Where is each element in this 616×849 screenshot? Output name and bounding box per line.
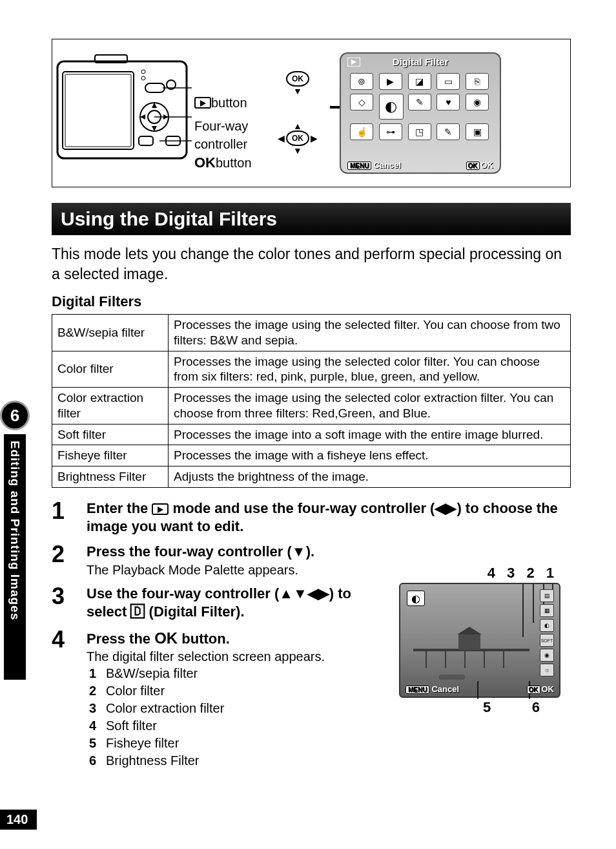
step-number: 2 <box>52 543 87 578</box>
page-number: 140 <box>0 810 37 830</box>
svg-marker-34 <box>457 627 482 634</box>
step-title: Use the four-way controller (▲▼◀▶) to se… <box>87 585 371 622</box>
cancel-label: Cancel <box>431 684 459 694</box>
sidebar-icon: ▦ <box>540 604 554 617</box>
filter-screen-figure: 4 3 2 1 ◐ ▤ <box>399 565 567 716</box>
palette-icon: ☝ <box>350 123 373 140</box>
camera-svg <box>56 52 192 169</box>
callout-numbers-bottom: 5 6 <box>399 698 567 716</box>
menu-badge: MENU <box>406 686 429 694</box>
svg-marker-7 <box>140 114 145 120</box>
palette-icon: ◇ <box>350 94 373 110</box>
filter-name-cell: Color extraction filter <box>52 388 169 424</box>
palette-icon: ⊶ <box>379 123 402 140</box>
step-number: 4 <box>52 628 87 770</box>
list-item: 4Soft filter <box>89 717 371 735</box>
step-number: 1 <box>52 499 87 536</box>
list-item: 2Color filter <box>89 682 371 700</box>
list-item: 5Fisheye filter <box>89 735 371 752</box>
filter-desc-cell: Processes the image using the selected c… <box>169 351 571 388</box>
palette-icon: ♥ <box>436 94 460 110</box>
step-title: Press the four-way controller (▼). <box>87 543 571 561</box>
diagram-labels: button Four-way controller OK button <box>194 39 259 187</box>
camera-controls-diagram: button Four-way controller OK button OK▼… <box>52 39 571 187</box>
filters-table: B&W/sepia filterProcesses the image usin… <box>52 314 571 488</box>
table-row: Brightness FilterAdjusts the brightness … <box>52 466 571 488</box>
ok-badge: OK <box>466 162 480 170</box>
svg-marker-5 <box>152 103 157 108</box>
svg-rect-2 <box>65 74 131 147</box>
filter-selection-screen: ◐ ▤ ▦ ◐ <box>399 583 560 698</box>
sidebar-icon: ◉ <box>540 649 554 662</box>
svg-point-14 <box>141 76 145 80</box>
filter-legend-list: 1B&W/sepia filter2Color filter3Color ext… <box>87 665 371 770</box>
ok-down-nav-icon: OK▼ <box>286 71 309 96</box>
lcd-bottom-bar: MENUCancel OKOK <box>347 160 493 170</box>
filter-name-cell: B&W/sepia filter <box>52 315 169 351</box>
palette-icon: ⊚ <box>350 73 373 90</box>
step-title: Press the OK button. <box>87 628 371 649</box>
table-heading: Digital Filters <box>52 293 571 310</box>
chapter-side-tab: 6 Editing and Printing Images <box>0 401 30 680</box>
table-row: Color filterProcesses the image using th… <box>52 351 571 388</box>
filter-name-cell: Brightness Filter <box>52 466 169 488</box>
svg-rect-33 <box>458 634 480 650</box>
palette-icon: ▭ <box>436 73 460 90</box>
screen-bottom-bar: MENUCancel OKOK <box>406 684 554 694</box>
table-row: Fisheye filterProcesses the image with a… <box>52 445 571 466</box>
ok-label: OK <box>542 684 555 694</box>
table-row: Soft filterProcesses the image into a so… <box>52 424 571 445</box>
filter-desc-cell: Processes the image using the selected c… <box>169 388 571 424</box>
ok-badge: OK <box>527 686 540 694</box>
palette-icon-selected: ◐ <box>379 94 404 120</box>
section-intro: This mode lets you change the color tone… <box>52 244 571 284</box>
sidebar-icon: ▤ <box>540 589 554 602</box>
filter-desc-cell: Processes the image with a fisheye lens … <box>169 445 571 466</box>
section-heading: Using the Digital Filters <box>52 203 571 235</box>
chapter-number-badge: 6 <box>0 401 30 430</box>
svg-point-13 <box>141 70 145 74</box>
chapter-label-bar: Editing and Printing Images <box>4 434 26 680</box>
cancel-label: Cancel <box>373 160 401 170</box>
sidebar-icon: ☼ <box>540 664 554 676</box>
step-number: 3 <box>52 585 87 622</box>
sidebar-soft-icon: SOFT <box>540 634 554 647</box>
step-1: 1 Enter the mode and use the four-way co… <box>52 499 571 536</box>
ok-button-label: OK button <box>194 153 259 173</box>
play-button-label: button <box>194 94 259 112</box>
lcd-title: Digital Filter <box>341 56 500 67</box>
list-item: 3Color extraction filter <box>89 700 371 717</box>
step-title: Enter the mode and use the four-way cont… <box>87 499 571 536</box>
filter-sidebar: ▤ ▦ ◐ SOFT ◉ ☼ <box>540 589 554 676</box>
ok-nav-icons: OK▼ ▲ ◀OK▶ ▼ <box>259 39 336 187</box>
ok-fourway-nav-icon: ▲ ◀OK▶ ▼ <box>278 121 318 155</box>
filter-desc-cell: Processes the image using the selected f… <box>169 315 571 351</box>
lcd-palette-preview: Digital Filter ⊚ ▶ ◪ ▭ ⎘ ◇ ◐ ✎ ♥ ◉ ☝ ⊶ ◳… <box>336 39 504 187</box>
fourway-label-2: controller <box>194 135 259 153</box>
filter-desc-cell: Adjusts the brightness of the image. <box>169 466 571 488</box>
manual-page: 6 Editing and Printing Images 140 <box>0 0 616 849</box>
ok-label: OK <box>481 160 494 170</box>
svg-rect-35 <box>439 675 465 680</box>
callout-lines <box>400 584 562 699</box>
svg-marker-6 <box>152 126 157 131</box>
camera-back-illustration <box>52 39 194 187</box>
filter-name-cell: Color filter <box>52 351 169 388</box>
legend-6: 6 <box>532 699 540 716</box>
svg-rect-12 <box>139 136 153 145</box>
palette-icon: ◪ <box>408 73 431 90</box>
palette-grid: ⊚ ▶ ◪ ▭ ⎘ ◇ ◐ ✎ ♥ ◉ ☝ ⊶ ◳ ✎ ▣ <box>350 73 491 140</box>
step-desc: The digital filter selection screen appe… <box>87 648 371 665</box>
palette-icon: ▣ <box>466 123 489 140</box>
lcd-screen: Digital Filter ⊚ ▶ ◪ ▭ ⎘ ◇ ◐ ✎ ♥ ◉ ☝ ⊶ ◳… <box>340 52 501 174</box>
palette-icon: ✎ <box>408 94 431 110</box>
table-row: Color extraction filterProcesses the ima… <box>52 388 571 424</box>
filter-desc-cell: Processes the image into a soft image wi… <box>169 424 571 445</box>
play-icon <box>194 97 211 109</box>
svg-rect-9 <box>145 83 165 92</box>
palette-icon: ⎘ <box>466 73 489 90</box>
legend-5: 5 <box>483 699 491 716</box>
filter-name-cell: Fisheye filter <box>52 445 169 466</box>
palette-icon: ◉ <box>466 94 489 110</box>
fourway-label-1: Four-way <box>194 117 259 135</box>
